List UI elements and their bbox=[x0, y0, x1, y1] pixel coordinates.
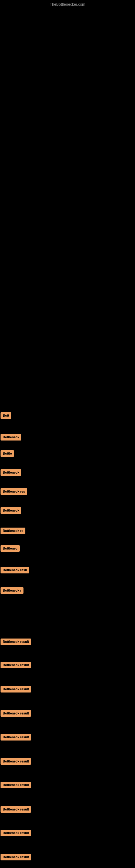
bottleneck-item: Bottleneck result bbox=[1, 830, 31, 836]
bottleneck-item: Bottleneck result bbox=[1, 639, 31, 645]
bottleneck-badge-17[interactable]: Bottleneck result bbox=[1, 782, 31, 788]
bottleneck-badge-7[interactable]: Bottleneck re bbox=[1, 528, 26, 534]
bottleneck-item: Bottleneck bbox=[1, 469, 21, 476]
bottleneck-item: Bottleneck bbox=[1, 507, 21, 514]
bottleneck-badge-20[interactable]: Bottleneck result bbox=[1, 854, 31, 860]
bottleneck-badge-8[interactable]: Bottlenec bbox=[1, 545, 20, 552]
bottleneck-badge-10[interactable]: Bottleneck r bbox=[1, 587, 24, 594]
bottleneck-item: Bottleneck result bbox=[1, 806, 31, 813]
bottleneck-badge-12[interactable]: Bottleneck result bbox=[1, 662, 31, 669]
bottleneck-item: Bottleneck bbox=[1, 434, 21, 440]
bottleneck-badge-15[interactable]: Bottleneck result bbox=[1, 734, 31, 741]
bottleneck-badge-4[interactable]: Bottleneck bbox=[1, 469, 21, 476]
bottleneck-badge-13[interactable]: Bottleneck result bbox=[1, 686, 31, 692]
bottleneck-item: Bottleneck re bbox=[1, 528, 26, 534]
bottleneck-badge-16[interactable]: Bottleneck result bbox=[1, 758, 31, 765]
bottleneck-item: Bottleneck resu bbox=[1, 567, 29, 574]
bottleneck-badge-9[interactable]: Bottleneck resu bbox=[1, 567, 29, 574]
bottleneck-item: Bott bbox=[1, 412, 11, 419]
site-title: TheBottlenecker.com bbox=[50, 2, 85, 6]
bottleneck-item: Bottleneck r bbox=[1, 587, 24, 594]
bottleneck-badge-18[interactable]: Bottleneck result bbox=[1, 806, 31, 813]
bottleneck-badge-1[interactable]: Bott bbox=[1, 412, 11, 419]
bottleneck-item: Bottleneck result bbox=[1, 662, 31, 669]
bottleneck-badge-2[interactable]: Bottleneck bbox=[1, 434, 21, 440]
bottleneck-item: Bottle bbox=[1, 450, 14, 457]
bottleneck-badge-3[interactable]: Bottle bbox=[1, 450, 14, 457]
bottleneck-badge-14[interactable]: Bottleneck result bbox=[1, 710, 31, 717]
bottleneck-badge-6[interactable]: Bottleneck bbox=[1, 507, 21, 514]
bottleneck-item: Bottleneck result bbox=[1, 782, 31, 788]
bottleneck-badge-19[interactable]: Bottleneck result bbox=[1, 830, 31, 836]
bottleneck-badge-11[interactable]: Bottleneck result bbox=[1, 639, 31, 645]
bottleneck-item: Bottleneck result bbox=[1, 758, 31, 765]
bottleneck-badge-5[interactable]: Bottleneck res bbox=[1, 488, 27, 495]
bottleneck-item: Bottleneck res bbox=[1, 488, 27, 495]
bottleneck-item: Bottleneck result bbox=[1, 734, 31, 741]
bottleneck-item: Bottlenec bbox=[1, 545, 20, 552]
bottleneck-item: Bottleneck result bbox=[1, 686, 31, 692]
bottleneck-item: Bottleneck result bbox=[1, 854, 31, 860]
bottleneck-item: Bottleneck result bbox=[1, 710, 31, 717]
